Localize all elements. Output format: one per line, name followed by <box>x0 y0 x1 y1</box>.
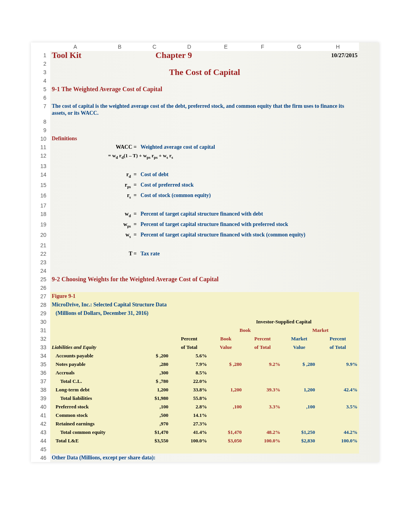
table-cell: 1,200 <box>282 386 317 394</box>
table-cell: $1,470 <box>208 428 243 437</box>
rs-def: Cost of stock (common equity) <box>139 191 359 202</box>
table-cell <box>208 420 243 428</box>
col-C: C <box>139 42 170 51</box>
row-label: Retained earnings <box>50 420 139 428</box>
row-label: Preferred stock <box>50 403 139 411</box>
table-cell: $ ,780 <box>139 377 170 386</box>
col-E: E <box>208 42 243 51</box>
table-cell <box>243 377 282 386</box>
main-title: The Cost of Capital <box>50 68 359 76</box>
table-cell: 5.6% <box>170 352 208 360</box>
wd-def: Percent of target capital structure fina… <box>139 210 359 220</box>
spreadsheet: A B C D E F G H 1 Tool Kit Chapter 9 10/… <box>31 42 379 462</box>
table-cell: $1,980 <box>139 394 170 403</box>
table-cell: 39.3% <box>243 386 282 394</box>
book-heading: Book <box>208 326 282 335</box>
wps-def: Percent of target capital structure fina… <box>139 220 359 231</box>
wacc-description: The cost of capital is the weighted aver… <box>50 102 359 117</box>
table-cell <box>317 352 359 360</box>
table-cell <box>208 352 243 360</box>
table-cell: $1,470 <box>139 428 170 437</box>
col-B: B <box>100 42 139 51</box>
table-cell: 2.8% <box>170 403 208 411</box>
table-cell <box>317 377 359 386</box>
table-cell: 41.4% <box>170 428 208 437</box>
table-cell: 3.3% <box>243 403 282 411</box>
ws-def: Percent of target capital structure fina… <box>139 231 359 241</box>
rd-def: Cost of debt <box>139 170 359 181</box>
table-cell: 48.2% <box>243 428 282 437</box>
table-cell <box>282 411 317 420</box>
corner <box>31 42 50 51</box>
table-cell <box>243 394 282 403</box>
wacc-def: Weighted average cost of capital <box>139 143 359 151</box>
rownum: 1 <box>31 51 50 59</box>
chapter-title: Chapter 9 <box>139 51 208 59</box>
mv-head2: Value <box>282 343 317 352</box>
t-def: Tax rate <box>139 250 359 258</box>
row-label: Total liabilities <box>50 394 139 403</box>
wacc-symbol: WACC = <box>100 143 139 151</box>
rd-symbol: rd = <box>100 170 139 181</box>
figure-subtitle: (Millions of Dollars, December 31, 2016) <box>50 309 359 318</box>
table-cell <box>208 411 243 420</box>
wd-symbol: wd = <box>100 210 139 220</box>
figure-label: Figure 9-1 <box>50 292 359 301</box>
row-label: Notes payable <box>50 360 139 369</box>
table-cell: ,100 <box>139 403 170 411</box>
wacc-formula: = wd rd(1 – T) + wps rps + ws rs <box>100 151 359 162</box>
rps-def: Cost of preferred stock <box>139 181 359 191</box>
section-9-1: 9-1 The Weighted Average Cost of Capital <box>50 85 359 93</box>
table-cell: ,970 <box>139 420 170 428</box>
market-heading: Market <box>282 326 359 335</box>
table-cell <box>243 352 282 360</box>
table-cell: 14.1% <box>170 411 208 420</box>
mpct-head: Percent <box>317 335 359 343</box>
toolkit-title: Tool Kit <box>50 51 139 59</box>
bpct-head2: of Total <box>243 343 282 352</box>
table-cell <box>282 377 317 386</box>
table-cell <box>317 394 359 403</box>
table-cell: $2,830 <box>282 437 317 445</box>
isc-heading: Investor-Supplied Capital <box>208 318 359 326</box>
col-H: H <box>317 42 359 51</box>
table-cell: 55.8% <box>170 394 208 403</box>
mv-head: Market <box>282 335 317 343</box>
table-cell: ,100 <box>208 403 243 411</box>
table-cell <box>282 420 317 428</box>
rps-symbol: rps = <box>100 181 139 191</box>
table-cell: ,500 <box>139 411 170 420</box>
table-cell: 42.4% <box>317 386 359 394</box>
mpct-head2: of Total <box>317 343 359 352</box>
row-label: Common stock <box>50 411 139 420</box>
table-cell: 100.0% <box>317 437 359 445</box>
table-cell: $1,250 <box>282 428 317 437</box>
table-cell: 22.0% <box>170 377 208 386</box>
table-cell: 8.5% <box>170 369 208 377</box>
table-cell: 3.5% <box>317 403 359 411</box>
row-label: Accruals <box>50 369 139 377</box>
table-cell: ,280 <box>139 360 170 369</box>
row-label: Total C.L. <box>50 377 139 386</box>
row-label: Accounts payable <box>50 352 139 360</box>
table-cell: 9.9% <box>317 360 359 369</box>
bv-head: Book <box>208 335 243 343</box>
table-cell: $3,050 <box>208 437 243 445</box>
section-9-2: 9-2 Choosing Weights for the Weighted Av… <box>50 275 359 284</box>
t-symbol: T = <box>100 250 139 258</box>
liab-equity-label: Liabilities and Equity <box>50 343 139 352</box>
table-cell <box>317 411 359 420</box>
bv-head2: Value <box>208 343 243 352</box>
ws-symbol: ws = <box>100 231 139 241</box>
wps-symbol: wps = <box>100 220 139 231</box>
table-cell: 1,200 <box>139 386 170 394</box>
col-F: F <box>243 42 282 51</box>
table-cell: ,100 <box>282 403 317 411</box>
table-cell <box>243 420 282 428</box>
table-cell <box>282 352 317 360</box>
table-cell: $ ,200 <box>139 352 170 360</box>
rs-symbol: rs = <box>100 191 139 202</box>
table-cell <box>208 394 243 403</box>
col-D: D <box>170 42 208 51</box>
table-cell: 100.0% <box>170 437 208 445</box>
